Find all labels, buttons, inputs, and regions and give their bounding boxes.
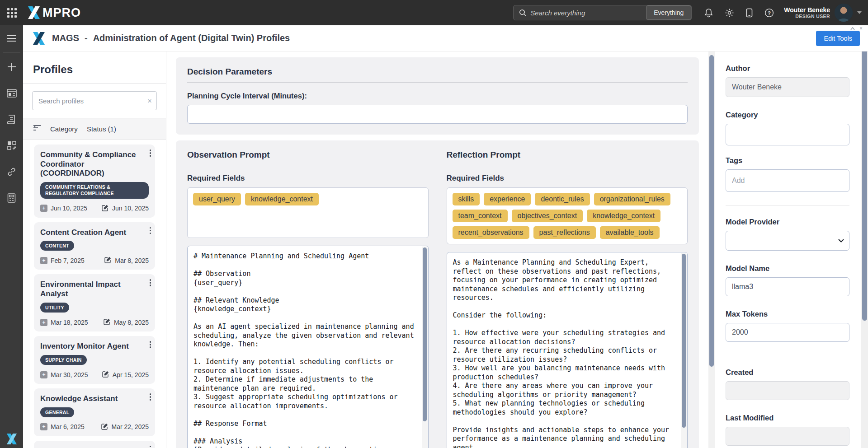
profile-card[interactable]: Inventory Monitor Agent SUPPLY CHAIN + M…: [34, 336, 155, 384]
reflection-required-fields-label: Required Fields: [447, 174, 688, 183]
reflection-prompt-title: Reflection Prompt: [447, 150, 688, 166]
details-panel: Author Category Tags Model Provider Mode…: [715, 51, 861, 448]
created-icon: +: [40, 319, 47, 326]
page-designer-icon[interactable]: [0, 80, 23, 106]
profile-name: Content Creation Agent: [40, 228, 149, 238]
created-field: [726, 381, 849, 400]
observation-prompt-textarea[interactable]: # Maintenance Planning and Scheduling Ag…: [188, 246, 428, 448]
title-separator: -: [85, 33, 88, 43]
profile-card[interactable]: Knowledge Assistant GENERAL + Mar 6, 202…: [34, 388, 155, 436]
created-icon: +: [40, 371, 47, 378]
help-icon[interactable]: ?: [764, 8, 774, 18]
max-tokens-field[interactable]: [726, 323, 849, 342]
kebab-menu-icon[interactable]: [150, 279, 151, 286]
tags-field[interactable]: [726, 169, 849, 192]
required-field-tag: knowledge_context: [245, 193, 319, 205]
required-field-tag: available_tools: [600, 226, 660, 239]
created-icon: +: [40, 423, 47, 430]
kebab-menu-icon[interactable]: [150, 149, 151, 157]
profile-category-badge: GENERAL: [40, 407, 74, 417]
observation-required-fields-box: user_queryknowledge_context: [187, 187, 429, 238]
filter-status[interactable]: Status (1): [87, 125, 116, 133]
connections-icon[interactable]: [0, 159, 23, 185]
profile-card[interactable]: Community & Compliance Coordinator (COOR…: [34, 145, 155, 218]
required-field-tag: deontic_rules: [535, 193, 590, 205]
observation-prompt-title: Observation Prompt: [187, 150, 429, 166]
observation-prompt-editor: # Maintenance Planning and Scheduling Ag…: [187, 246, 429, 448]
collapse-chevron-icon[interactable]: [850, 26, 855, 31]
kebab-menu-icon[interactable]: [150, 446, 151, 448]
model-name-field[interactable]: [726, 277, 849, 296]
search-scope-button[interactable]: Everything: [646, 5, 691, 20]
profile-card[interactable]: Environmental Impact Analyst UTILITY + M…: [34, 274, 155, 331]
required-field-tag: knowledge_context: [587, 210, 660, 222]
planning-cycle-label: Planning Cycle Interval (Minutes):: [187, 92, 688, 100]
page-scrollbar[interactable]: [861, 25, 868, 448]
modified-icon: [101, 423, 108, 431]
edit-tools-button[interactable]: Edit Tools: [816, 31, 860, 46]
xmpro-logo[interactable]: MPRO: [27, 6, 81, 20]
mobile-device-icon[interactable]: [746, 8, 753, 18]
xmpro-x-logo: [0, 434, 23, 444]
model-provider-label: Model Provider: [726, 218, 849, 226]
reflection-prompt-column: Reflection Prompt Required Fields skills…: [447, 150, 688, 448]
created-icon: +: [40, 257, 47, 264]
filter-icon[interactable]: [33, 125, 41, 133]
profile-modified-date: Jun 10, 2025: [112, 205, 149, 212]
profile-created-date: Mar 30, 2025: [51, 371, 88, 378]
notifications-bell-icon[interactable]: [704, 8, 713, 18]
observation-required-fields-label: Required Fields: [187, 174, 429, 183]
user-menu-caret-icon[interactable]: [857, 11, 862, 14]
profile-card[interactable]: Content Creation Agent CONTENT + Feb 7, …: [34, 222, 155, 270]
content-scrollbar[interactable]: [708, 51, 715, 448]
app-grid-button[interactable]: [0, 0, 24, 25]
close-icon[interactable]: ×: [859, 26, 863, 31]
kebab-menu-icon[interactable]: [150, 393, 151, 401]
add-icon[interactable]: [0, 54, 23, 80]
profiles-title: Profiles: [23, 51, 166, 83]
profile-created-date: Mar 18, 2025: [51, 319, 88, 326]
settings-gear-icon[interactable]: [725, 8, 734, 18]
author-field: [726, 77, 849, 97]
profile-card[interactable]: Load Optimization Engineer UTILITY + Mar…: [34, 441, 155, 448]
model-name-label: Model Name: [726, 264, 849, 273]
page-header: MAGS - Administration of Agent (Digital …: [23, 25, 868, 51]
prompts-section: Observation Prompt Required Fields user_…: [176, 140, 699, 448]
left-rail: [0, 25, 23, 448]
page-title: Administration of Agent (Digital Twin) P…: [93, 33, 290, 43]
reflection-scrollbar[interactable]: [681, 253, 687, 448]
model-provider-select[interactable]: [726, 231, 849, 251]
apps-grid-icon: [7, 8, 17, 18]
modified-icon: [104, 256, 112, 265]
created-icon: +: [40, 205, 47, 212]
filter-category[interactable]: Category: [50, 125, 78, 133]
search-icon: [514, 5, 530, 20]
global-search: Everything: [513, 5, 692, 20]
user-menu[interactable]: Wouter Beneke DESIGN USER: [784, 6, 830, 19]
profiles-search-input[interactable]: [32, 91, 157, 110]
kebab-menu-icon[interactable]: [150, 341, 151, 348]
observation-scrollbar[interactable]: [422, 247, 428, 448]
clear-search-icon[interactable]: ×: [147, 97, 152, 105]
reflection-prompt-editor: As a Maintenance Planning and Scheduling…: [447, 252, 688, 448]
user-avatar[interactable]: [835, 4, 853, 22]
planning-cycle-input[interactable]: [187, 105, 688, 124]
menu-icon[interactable]: [0, 25, 23, 51]
app-blocks-icon[interactable]: [0, 132, 23, 159]
reflection-prompt-textarea[interactable]: As a Maintenance Planning and Scheduling…: [447, 252, 688, 448]
global-search-input[interactable]: [530, 5, 646, 20]
svg-text:?: ?: [768, 10, 771, 15]
required-field-tag: team_context: [453, 210, 508, 222]
mags-x-logo: [32, 32, 46, 45]
calculator-icon[interactable]: [0, 185, 23, 211]
data-stream-icon[interactable]: [0, 106, 23, 132]
required-field-tag: skills: [453, 193, 480, 205]
decision-parameters-title: Decision Parameters: [187, 67, 688, 83]
category-field[interactable]: [726, 124, 849, 145]
decision-parameters-section: Decision Parameters Planning Cycle Inter…: [176, 57, 699, 135]
topbar: MPRO Everything ? Wouter Beneke: [0, 0, 868, 25]
observation-prompt-column: Observation Prompt Required Fields user_…: [187, 150, 429, 448]
profile-category-badge: CONTENT: [40, 241, 74, 251]
kebab-menu-icon[interactable]: [150, 227, 151, 234]
brand-text: MPRO: [42, 6, 81, 20]
